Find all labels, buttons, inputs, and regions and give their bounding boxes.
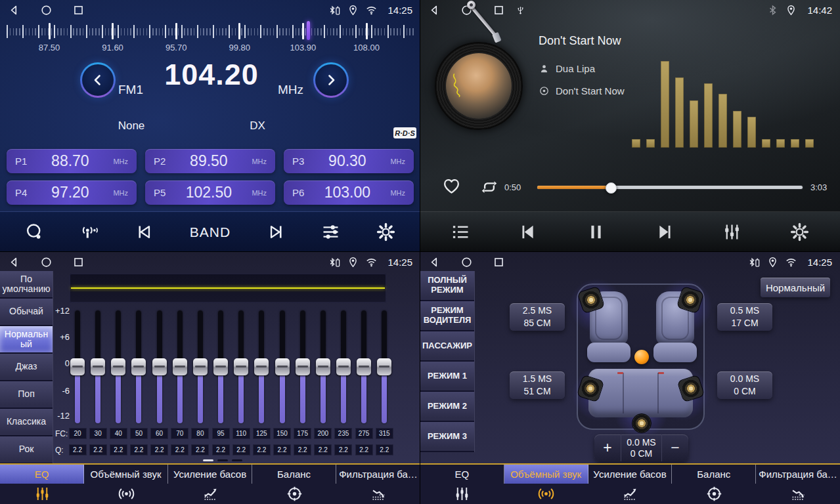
- eq-preset-item[interactable]: Обычай: [0, 299, 53, 326]
- recents-icon[interactable]: [493, 4, 505, 16]
- repeat-icon[interactable]: [479, 177, 499, 197]
- recents-icon[interactable]: [72, 4, 85, 16]
- eq-band-slider[interactable]: [213, 310, 228, 423]
- profile-button[interactable]: Нормальный: [761, 278, 830, 297]
- eq-band-slider[interactable]: [111, 310, 125, 423]
- listening-mode-item[interactable]: ПАССАЖИР: [420, 331, 474, 362]
- tab-bass-boost[interactable]: Усиление басов: [588, 465, 673, 504]
- radio-preset-p1[interactable]: P188.70MHz: [7, 149, 137, 173]
- album-art-vinyl[interactable]: [435, 42, 523, 130]
- eq-preset-item[interactable]: Нормальный: [0, 326, 53, 354]
- eq-band-slider[interactable]: [70, 310, 85, 423]
- tab-balance[interactable]: Баланс: [252, 465, 336, 504]
- broadcast-icon[interactable]: [79, 222, 100, 242]
- eq-band-slider[interactable]: [275, 310, 290, 423]
- slider-thumb[interactable]: [111, 358, 125, 375]
- tab-eq[interactable]: EQ: [0, 465, 84, 504]
- eq-preset-item[interactable]: Классика: [0, 409, 53, 436]
- radio-preset-p5[interactable]: P5102.50MHz: [145, 180, 275, 205]
- eq-band-slider[interactable]: [193, 310, 208, 423]
- frequency-scale[interactable]: 87.5091.6095.7099.80103.90108.00: [5, 22, 415, 54]
- recents-icon[interactable]: [72, 256, 85, 268]
- eq-preset-item[interactable]: Джаз: [0, 354, 53, 381]
- playlist-icon[interactable]: [451, 222, 471, 242]
- next-track-icon[interactable]: [654, 222, 674, 242]
- equalizer-icon[interactable]: [321, 222, 341, 242]
- slider-thumb[interactable]: [193, 358, 208, 375]
- scan-icon[interactable]: [24, 222, 45, 242]
- eq-band-slider[interactable]: [234, 310, 248, 423]
- settings-gear-icon[interactable]: [789, 222, 810, 242]
- slider-thumb[interactable]: [70, 358, 85, 375]
- seek-next-icon[interactable]: [265, 222, 286, 242]
- radio-preset-p4[interactable]: P497.20MHz: [7, 180, 137, 205]
- mixer-icon[interactable]: [722, 222, 742, 242]
- slider-thumb[interactable]: [275, 358, 290, 375]
- listener-position-ball[interactable]: [634, 350, 649, 364]
- progress-bar[interactable]: [537, 186, 803, 189]
- listening-mode-item[interactable]: ПОЛНЫЙ РЕЖИМ: [420, 271, 474, 301]
- band-button[interactable]: BAND: [190, 224, 231, 240]
- front-right-delay-button[interactable]: 0.5 MS 17 CM: [717, 303, 772, 331]
- decrease-delay-button[interactable]: −: [662, 434, 688, 461]
- slider-thumb[interactable]: [152, 358, 167, 375]
- listening-mode-item[interactable]: РЕЖИМ 2: [420, 392, 474, 422]
- tab-eq[interactable]: EQ: [420, 465, 504, 504]
- front-left-delay-button[interactable]: 2.5 MS 85 CM: [510, 303, 565, 331]
- tab-balance[interactable]: Баланс: [672, 465, 756, 504]
- listening-mode-item[interactable]: РЕЖИМ ВОДИТЕЛЯ: [420, 301, 474, 331]
- progress-thumb[interactable]: [606, 182, 617, 194]
- eq-band-slider[interactable]: [91, 310, 105, 423]
- tab-filter[interactable]: Фильтрация ба…: [756, 465, 840, 504]
- tab-filter[interactable]: Фильтрация ба…: [336, 465, 420, 504]
- slider-thumb[interactable]: [377, 358, 391, 375]
- slider-thumb[interactable]: [316, 358, 330, 375]
- page-dot[interactable]: [232, 459, 242, 461]
- rear-right-delay-button[interactable]: 0.0 MS 0 CM: [717, 371, 772, 399]
- rear-left-delay-button[interactable]: 1.5 MS 51 CM: [510, 371, 565, 399]
- slider-thumb[interactable]: [254, 358, 269, 375]
- settings-gear-icon[interactable]: [376, 222, 396, 242]
- recents-icon[interactable]: [493, 256, 505, 268]
- listening-mode-item[interactable]: РЕЖИМ 3: [420, 422, 474, 452]
- slider-thumb[interactable]: [234, 358, 248, 375]
- increase-delay-button[interactable]: +: [594, 434, 621, 461]
- eq-preset-item[interactable]: Поп: [0, 381, 53, 409]
- radio-preset-p2[interactable]: P289.50MHz: [145, 149, 275, 173]
- eq-preset-item[interactable]: По умолчанию: [0, 271, 53, 299]
- tab-surround[interactable]: Объёмный звук: [504, 465, 588, 504]
- slider-thumb[interactable]: [173, 358, 187, 375]
- back-icon[interactable]: [428, 256, 441, 268]
- pause-icon[interactable]: [586, 222, 606, 242]
- seek-previous-icon[interactable]: [135, 222, 155, 242]
- tab-bass-boost[interactable]: Усиление басов: [168, 465, 252, 504]
- back-icon[interactable]: [8, 256, 20, 268]
- eq-band-slider[interactable]: [336, 310, 351, 423]
- radio-preset-p6[interactable]: P6103.00MHz: [284, 180, 414, 205]
- slider-thumb[interactable]: [357, 358, 371, 375]
- home-icon[interactable]: [40, 256, 53, 268]
- slider-thumb[interactable]: [131, 358, 146, 375]
- eq-band-slider[interactable]: [254, 310, 269, 423]
- home-icon[interactable]: [40, 4, 53, 16]
- back-icon[interactable]: [428, 4, 441, 16]
- eq-band-slider[interactable]: [296, 310, 310, 423]
- slider-thumb[interactable]: [296, 358, 310, 375]
- home-icon[interactable]: [460, 256, 473, 268]
- favorite-heart-icon[interactable]: [441, 176, 462, 196]
- back-icon[interactable]: [8, 4, 20, 16]
- radio-preset-p3[interactable]: P390.30MHz: [284, 149, 414, 173]
- eq-band-slider[interactable]: [377, 310, 391, 423]
- listening-mode-item[interactable]: РЕЖИМ 1: [420, 362, 474, 392]
- eq-preset-item[interactable]: Рок: [0, 436, 53, 464]
- eq-band-slider[interactable]: [316, 310, 330, 423]
- tune-down-button[interactable]: [80, 62, 116, 98]
- eq-band-slider[interactable]: [131, 310, 146, 423]
- previous-track-icon[interactable]: [518, 222, 539, 242]
- page-dot[interactable]: [217, 459, 228, 461]
- page-dot[interactable]: [203, 459, 213, 461]
- eq-band-slider[interactable]: [152, 310, 167, 423]
- tab-surround[interactable]: Объёмный звук: [84, 465, 168, 504]
- slider-thumb[interactable]: [213, 358, 228, 375]
- slider-thumb[interactable]: [91, 358, 105, 375]
